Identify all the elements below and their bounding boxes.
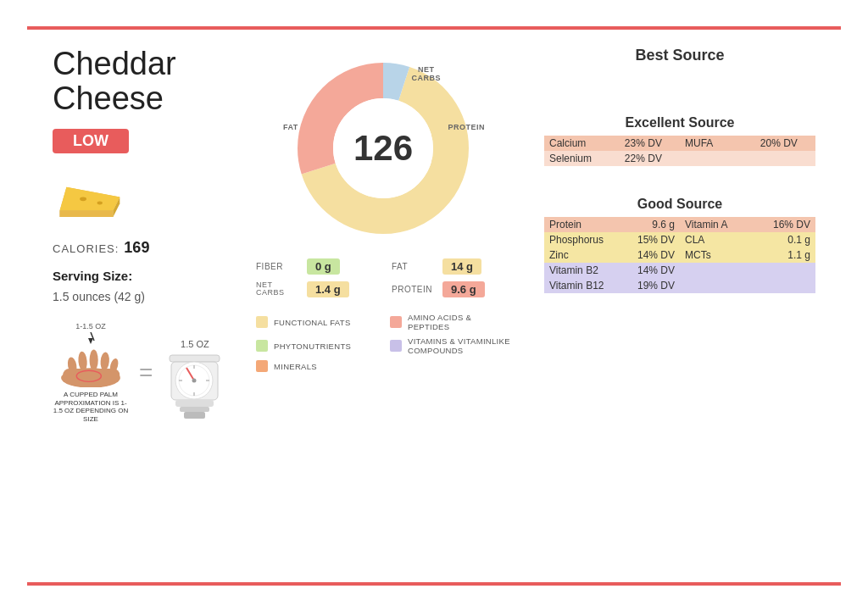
svg-point-26 [192, 379, 197, 383]
excellent-name-calcium: Calcium [544, 136, 620, 151]
excellent-name-empty [680, 151, 755, 166]
low-badge: LOW [53, 129, 129, 153]
equals-sign: = [139, 359, 153, 386]
good-val-empty2 [760, 263, 815, 278]
phytonutrients-dot [256, 340, 268, 352]
excellent-row-1: Calcium 23% DV MUFA 20% DV [544, 136, 815, 151]
good-val-cla: 0.1 g [760, 232, 815, 247]
good-val-vitamina: 16% DV [760, 217, 815, 232]
svg-rect-17 [170, 355, 220, 362]
serving-value: 1.5 ounces (42 g) [53, 290, 231, 303]
svg-rect-28 [180, 407, 209, 412]
calories-label: CALORIES: [53, 242, 119, 255]
good-row-vitb2: Vitamin B2 14% DV [544, 263, 815, 278]
svg-marker-8 [88, 338, 93, 344]
minerals-label: MINERALS [274, 362, 317, 371]
excellent-table: Calcium 23% DV MUFA 20% DV Selenium 22% … [544, 136, 815, 166]
svg-point-14 [100, 352, 110, 371]
svg-marker-4 [60, 187, 120, 211]
fat-label-macro: FAT [392, 262, 436, 271]
good-row-vitb12: Vitamin B12 19% DV [544, 278, 815, 293]
fiber-value: 0 g [307, 258, 340, 275]
excellent-name-mufa: MUFA [680, 136, 755, 151]
good-name-vitb2: Vitamin B2 [544, 263, 624, 278]
net-carbs-value: 1.4 g [307, 281, 349, 297]
fiber-label: FIBER [256, 262, 300, 271]
good-val-phosphorus: 15% DV [624, 232, 680, 247]
donut-center-value: 126 [353, 128, 413, 169]
svg-point-6 [97, 202, 103, 205]
excellent-source-title: Excellent Source [544, 115, 815, 131]
good-val-vitb12: 19% DV [624, 278, 680, 293]
legend-amino-acids: AMINO ACIDS & PEPTIDES [390, 313, 510, 331]
good-name-vitamina: Vitamin A [680, 217, 760, 232]
palm-text: A CUPPED PALM APPROXIMATION IS 1-1.5 OZ … [53, 391, 129, 423]
vitamins-label: VITAMINS & VITAMINLIKE COMPOUNDS [408, 336, 510, 355]
good-val-mcts: 1.1 g [760, 247, 815, 263]
svg-point-5 [80, 197, 86, 202]
fat-value: 14 g [442, 258, 481, 275]
donut-chart: 126 NETCARBS PROTEIN FAT [290, 55, 476, 242]
good-name-empty2 [680, 263, 760, 278]
svg-rect-29 [184, 412, 205, 419]
phytonutrients-label: PHYTONUTRIENTS [274, 342, 351, 351]
serving-label: Serving Size: [53, 269, 231, 283]
right-column: Best Source Excellent Source Calcium 23%… [527, 47, 815, 565]
protein-value: 9.6 g [442, 281, 485, 297]
protein-label-macro: PROTEIN [392, 285, 436, 294]
left-column: CheddarCheese LOW CALORIES: 169 Serving … [53, 47, 239, 565]
good-val-empty3 [760, 278, 815, 293]
good-table: Protein 9.6 g Vitamin A 16% DV Phosphoru… [544, 217, 815, 293]
palm-svg [57, 344, 125, 387]
excellent-name-selenium: Selenium [544, 151, 620, 166]
net-carbs-label: NETCARBS [411, 65, 441, 82]
macro-fiber: FIBER 0 g [256, 258, 375, 275]
hand-oz-label: 1-1.5 OZ [75, 322, 106, 330]
good-val-protein: 9.6 g [624, 217, 680, 232]
svg-point-13 [90, 350, 98, 371]
scale-svg [163, 351, 226, 423]
good-name-protein: Protein [544, 217, 624, 232]
good-name-zinc: Zinc [544, 247, 624, 263]
good-name-empty3 [680, 278, 760, 293]
excellent-val-calcium: 23% DV [620, 136, 680, 151]
good-name-phosphorus: Phosphorus [544, 232, 624, 247]
food-title: CheddarCheese [53, 47, 231, 118]
svg-marker-3 [60, 210, 114, 217]
amino-acids-dot [390, 316, 402, 328]
macro-protein: PROTEIN 9.6 g [392, 281, 510, 298]
legend-phytonutrients: PHYTONUTRIENTS [256, 336, 376, 355]
scale-oz-label: 1.5 OZ [181, 339, 209, 349]
macros-grid: FIBER 0 g FAT 14 g NETCARBS 1.4 g PROTEI… [248, 258, 519, 298]
scale-illustration: 1.5 OZ [163, 339, 226, 423]
good-source-section: Good Source Protein 9.6 g Vitamin A 16% … [544, 197, 815, 293]
cheese-image [53, 174, 120, 220]
arrow-icon [82, 332, 99, 344]
legend-functional-fats: FUNCTIONAL FATS [256, 313, 376, 331]
good-name-cla: CLA [680, 232, 760, 247]
functional-fats-label: FUNCTIONAL FATS [274, 318, 351, 327]
amino-acids-label: AMINO ACIDS & PEPTIDES [408, 313, 510, 331]
middle-column: 126 NETCARBS PROTEIN FAT FIBER 0 g FAT 1… [239, 47, 527, 565]
main-card: CheddarCheese LOW CALORIES: 169 Serving … [27, 26, 841, 586]
good-val-vitb2: 14% DV [624, 263, 680, 278]
good-row-phosphorus: Phosphorus 15% DV CLA 0.1 g [544, 232, 815, 247]
calories-value: 169 [124, 239, 149, 257]
scale-area: 1-1.5 OZ [53, 322, 231, 423]
legend-vitamins: VITAMINS & VITAMINLIKE COMPOUNDS [390, 336, 510, 355]
excellent-val-selenium: 22% DV [620, 151, 680, 166]
legend-minerals: MINERALS [256, 360, 376, 372]
macro-fat: FAT 14 g [392, 258, 510, 275]
excellent-row-2: Selenium 22% DV [544, 151, 815, 166]
good-val-zinc: 14% DV [624, 247, 680, 263]
hand-illustration: 1-1.5 OZ [53, 322, 129, 423]
legend-grid: FUNCTIONAL FATS AMINO ACIDS & PEPTIDES P… [248, 313, 519, 372]
good-name-vitb12: Vitamin B12 [544, 278, 624, 293]
good-source-title: Good Source [544, 197, 815, 212]
functional-fats-dot [256, 316, 268, 328]
excellent-val-empty [755, 151, 815, 166]
svg-rect-27 [175, 400, 214, 407]
good-row-zinc: Zinc 14% DV MCTs 1.1 g [544, 247, 815, 263]
good-name-mcts: MCTs [680, 247, 760, 263]
fat-label: FAT [283, 123, 298, 131]
